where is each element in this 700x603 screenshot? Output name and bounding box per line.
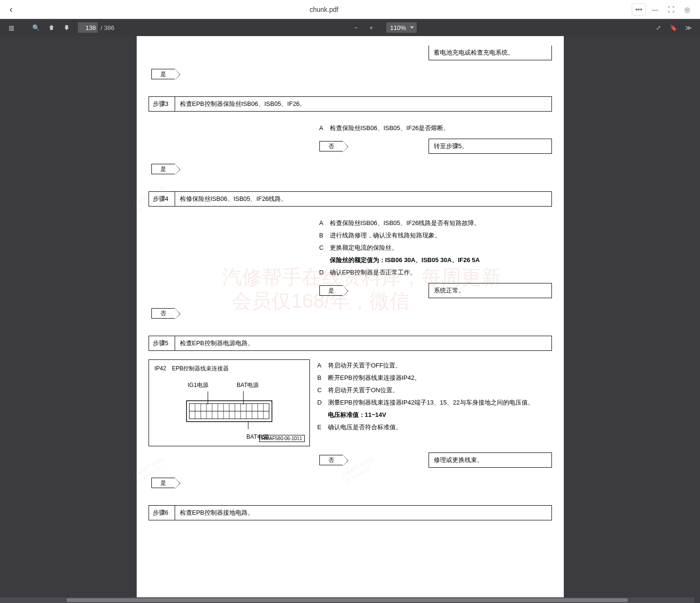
pdf-page: 汽修帮手在线资料库，每周更新 会员仅168/年，微信 汽修帮手资料库ID: 14… xyxy=(137,36,564,603)
decision-row: 否 转至步骤5。 xyxy=(149,137,552,155)
sub-list: A将启动开关置于OFF位置。 B断开EPB控制器线束连接器IP42。 C将启动开… xyxy=(317,359,552,433)
decision-row: 否 修理或更换线束。 xyxy=(149,451,552,469)
list-item: 断开EPB控制器线束连接器IP42。 xyxy=(328,372,421,384)
list-item: 确认EPB控制器是否正常工作。 xyxy=(330,266,416,279)
decision-no: 否 xyxy=(151,308,175,319)
zoom-select[interactable]: 110% xyxy=(386,22,417,33)
step-label: 步骤5 xyxy=(149,336,175,350)
decision-no: 否 xyxy=(319,141,343,151)
bookmark-icon[interactable]: 🔖 xyxy=(666,20,681,35)
step-row: 步骤6 检查EPB控制器接地电路。 xyxy=(149,505,552,520)
decision-yes: 是 xyxy=(319,285,343,296)
zoom-select-wrap: 110% xyxy=(383,22,417,33)
list-item: 确认电压是否符合标准值。 xyxy=(328,421,402,433)
zoom-in-icon[interactable]: + xyxy=(364,20,379,35)
list-item: 进行线路修理，确认没有线路短路现象。 xyxy=(330,229,441,242)
window-controls: ••• — ⛶ ◎ xyxy=(632,3,694,16)
list-item: 测量EPB控制器线束连接器IP42端子13、15、22与车身接地之间的电压值。 xyxy=(328,396,534,409)
horizontal-scrollbar[interactable] xyxy=(0,597,694,603)
step-content: 检修保险丝ISB06、ISB05、IF26线路。 xyxy=(175,192,551,206)
back-button[interactable]: ‹ xyxy=(6,2,17,17)
zoom-out-icon[interactable]: − xyxy=(348,20,364,35)
fuse-note: 保险丝的额定值为：ISB06 30A、ISB05 30A、IF26 5A xyxy=(330,256,480,264)
pdf-toolbar: ▥ 🔍 🡅 🡇 / 386 − + 110% ⤢ 🔖 ≫ xyxy=(0,19,700,36)
list-item: 将启动开关置于ON位置。 xyxy=(328,384,399,396)
step-label: 步骤4 xyxy=(149,192,175,206)
list-item: 更换额定电流的保险丝。 xyxy=(330,242,398,254)
page-total: / 386 xyxy=(101,24,114,31)
sub-list: A检查保险丝ISB06、ISB05、IF26是否熔断。 xyxy=(319,122,552,134)
decision-yes: 是 xyxy=(151,164,175,174)
step-content: 检查EPB控制器接地电路。 xyxy=(175,506,551,520)
page-number-input[interactable] xyxy=(78,22,98,33)
list-item: 将启动开关置于OFF位置。 xyxy=(328,359,402,372)
sidebar-toggle-icon[interactable]: ▥ xyxy=(4,20,19,35)
pin-label: IG1电源 xyxy=(188,381,208,389)
action-box: 系统正常。 xyxy=(429,283,552,298)
action-box: 修理或更换线束。 xyxy=(429,452,552,468)
connector-diagram: IP42 EPB控制器线束连接器 IG1电源 BAT电源 BAT电源 RMAF5… xyxy=(149,359,310,446)
title-bar: ‹ chunk.pdf ••• — ⛶ ◎ xyxy=(0,0,700,19)
maximize-button[interactable]: ⛶ xyxy=(664,3,678,16)
decision-yes: 是 xyxy=(151,69,175,79)
connector-svg xyxy=(182,391,277,429)
step-row: 步骤4 检修保险丝ISB06、ISB05、IF26线路。 xyxy=(149,191,552,207)
more-button[interactable]: ••• xyxy=(632,3,646,16)
list-item: 检查保险丝ISB06、ISB05、IF26线路是否有短路故障。 xyxy=(330,217,481,229)
minimize-button[interactable]: — xyxy=(648,3,662,16)
connector-section: IP42 EPB控制器线束连接器 IG1电源 BAT电源 BAT电源 RMAF5… xyxy=(149,359,552,446)
fullscreen-icon[interactable]: ⤢ xyxy=(651,20,666,35)
decision-yes: 是 xyxy=(151,478,175,488)
target-button[interactable]: ◎ xyxy=(680,3,694,16)
pin-label: BAT电源 xyxy=(237,381,259,389)
pdf-viewer[interactable]: 汽修帮手在线资料库，每周更新 会员仅168/年，微信 汽修帮手资料库ID: 14… xyxy=(0,36,700,603)
action-box: 转至步骤5。 xyxy=(429,139,552,154)
image-id: RMAF580-06-1011 xyxy=(259,435,304,442)
voltage-note: 电压标准值：11~14V xyxy=(328,411,386,418)
next-page-icon[interactable]: 🡇 xyxy=(59,20,74,35)
decision-row: 是 系统正常。 xyxy=(149,282,552,300)
prev-page-icon[interactable]: 🡅 xyxy=(44,20,59,35)
step-content: 检查EPB控制器电源电路。 xyxy=(175,336,551,350)
step-content: 检查EPB控制器保险丝ISB06、ISB05、IF26。 xyxy=(175,97,551,111)
decision-no: 否 xyxy=(319,455,343,465)
connector-title: IP42 EPB控制器线束连接器 xyxy=(155,365,304,373)
step-row: 步骤3 检查EPB控制器保险丝ISB06、ISB05、IF26。 xyxy=(149,96,552,112)
step-row: 步骤5 检查EPB控制器电源电路。 xyxy=(149,336,552,351)
sub-list: A检查保险丝ISB06、ISB05、IF26线路是否有短路故障。 B进行线路修理… xyxy=(319,217,552,279)
tools-icon[interactable]: ≫ xyxy=(681,20,696,35)
step-label: 步骤6 xyxy=(149,506,175,520)
search-icon[interactable]: 🔍 xyxy=(28,20,44,35)
window-title: chunk.pdf xyxy=(17,6,632,13)
action-box: 蓄电池充电或检查充电系统。 xyxy=(429,46,552,60)
step-label: 步骤3 xyxy=(149,97,175,111)
list-item: 检查保险丝ISB06、ISB05、IF26是否熔断。 xyxy=(330,122,450,134)
